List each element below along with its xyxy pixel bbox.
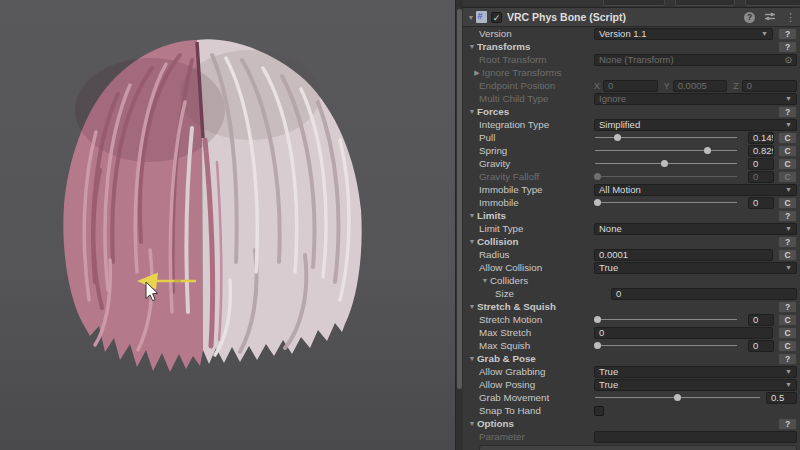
transforms-label[interactable]: ▼Transforms — [463, 41, 594, 52]
version-dropdown[interactable]: Version 1.1▼ — [594, 28, 773, 40]
allow-grabbing-dropdown[interactable]: True▼ — [594, 366, 797, 378]
options-label[interactable]: ▼Options — [463, 418, 594, 429]
ignore-transforms-foldout-icon[interactable]: ▶ — [472, 69, 482, 77]
grab-movement-value-field[interactable]: 0.5 — [766, 392, 797, 404]
multi-child-type-dropdown[interactable]: Ignore▼ — [594, 93, 797, 105]
pull-value-field[interactable]: 0.145 — [748, 132, 774, 144]
max-squish-value-field[interactable]: 0 — [748, 340, 774, 352]
limits-label[interactable]: ▼Limits — [463, 210, 594, 221]
grab-movement-controls: 0.5 — [594, 392, 797, 404]
row-root-transform: Root TransformNone (Transform)⊙ — [463, 53, 800, 66]
spring-label: Spring — [463, 145, 594, 156]
spring-slider[interactable] — [594, 145, 738, 157]
max-stretch-curve-button[interactable]: C — [778, 327, 797, 339]
max-squish-slider[interactable] — [594, 340, 738, 352]
pull-label: Pull — [463, 132, 594, 143]
options-foldout-icon[interactable]: ▼ — [467, 420, 477, 427]
pull-curve-button[interactable]: C — [778, 132, 797, 144]
radius-curve-button[interactable]: C — [778, 249, 797, 261]
limit-type-dropdown[interactable]: None▼ — [594, 223, 797, 235]
gravity-curve-button[interactable]: C — [778, 158, 797, 170]
version-help-button[interactable]: ? — [778, 28, 797, 40]
forces-foldout-icon[interactable]: ▼ — [467, 108, 477, 115]
gravity-slider-thumb[interactable] — [661, 160, 668, 167]
stretch-squish-label[interactable]: ▼Stretch & Squish — [463, 301, 594, 312]
colliders-foldout-icon[interactable]: ▼ — [480, 277, 490, 284]
stretch-motion-slider[interactable] — [594, 314, 738, 326]
scene-viewport[interactable] — [0, 0, 455, 450]
immobile-slider[interactable] — [594, 197, 738, 209]
spring-slider-thumb[interactable] — [704, 147, 711, 154]
clipped-button[interactable] — [745, 0, 800, 6]
immobile-curve-button[interactable]: C — [778, 197, 797, 209]
endpoint-position-y-field[interactable]: 0.0005 — [673, 80, 728, 92]
gravity-slider[interactable] — [594, 158, 738, 170]
grab-pose-foldout-icon[interactable]: ▼ — [467, 355, 477, 362]
grab-movement-slider[interactable] — [594, 392, 761, 404]
row-allow-collision: Allow CollisionTrue▼ — [463, 261, 800, 274]
row-forces: ▼Forces? — [463, 105, 800, 118]
allow-posing-dropdown[interactable]: True▼ — [594, 379, 797, 391]
scrollbar-thumb[interactable] — [457, 9, 462, 389]
transforms-help-button[interactable]: ? — [778, 41, 797, 53]
clipped-button[interactable] — [603, 0, 665, 6]
stretch-squish-foldout-icon[interactable]: ▼ — [467, 303, 477, 310]
max-squish-curve-button[interactable]: C — [778, 340, 797, 352]
options-help-button[interactable]: ? — [778, 418, 797, 430]
presets-icon[interactable] — [764, 11, 776, 24]
kebab-menu-icon[interactable]: ⋮ — [785, 12, 796, 23]
parameter-field[interactable] — [594, 431, 797, 443]
gravity-falloff-curve-button[interactable]: C — [778, 171, 797, 183]
transforms-foldout-icon[interactable]: ▼ — [467, 43, 477, 50]
immobile-type-dropdown[interactable]: All Motion▼ — [594, 184, 797, 196]
component-foldout-icon[interactable]: ▼ — [466, 14, 476, 21]
clipped-button[interactable] — [675, 0, 735, 6]
ignore-transforms-label[interactable]: ▶Ignore Transforms — [463, 67, 594, 78]
snap-to-hand-label: Snap To Hand — [463, 405, 594, 416]
max-stretch-label: Max Stretch — [463, 327, 594, 338]
gravity-falloff-value-field[interactable]: 0 — [748, 171, 774, 183]
stretch-squish-help-button[interactable]: ? — [778, 301, 797, 313]
collision-help-button[interactable]: ? — [778, 236, 797, 248]
grab-pose-label[interactable]: ▼Grab & Pose — [463, 353, 594, 364]
endpoint-position-z-field[interactable]: 0 — [742, 80, 797, 92]
stretch-motion-value-field[interactable]: 0 — [748, 314, 774, 326]
forces-label[interactable]: ▼Forces — [463, 106, 594, 117]
endpoint-position-x-field[interactable]: 0 — [603, 80, 658, 92]
max-squish-slider-thumb[interactable] — [594, 342, 601, 349]
root-transform-object-field[interactable]: None (Transform)⊙ — [594, 54, 797, 66]
grab-pose-help-button[interactable]: ? — [778, 353, 797, 365]
component-header[interactable]: ▼ ✓ VRC Phys Bone (Script) ? ⋮ — [463, 8, 800, 27]
immobile-slider-thumb[interactable] — [594, 199, 601, 206]
gravity-falloff-slider[interactable] — [594, 171, 738, 183]
collision-foldout-icon[interactable]: ▼ — [467, 238, 477, 245]
allow-grabbing-controls: True▼ — [594, 366, 797, 378]
integration-type-dropdown[interactable]: Simplified▼ — [594, 119, 797, 131]
pull-slider-thumb[interactable] — [614, 134, 621, 141]
limits-foldout-icon[interactable]: ▼ — [467, 212, 477, 219]
component-title: VRC Phys Bone (Script) — [507, 11, 735, 23]
help-icon[interactable]: ? — [744, 12, 755, 23]
object-picker-icon[interactable]: ⊙ — [784, 55, 792, 65]
spring-value-field[interactable]: 0.829 — [748, 145, 774, 157]
gravity-value-field[interactable]: 0 — [748, 158, 774, 170]
stretch-motion-slider-thumb[interactable] — [594, 316, 601, 323]
pull-slider[interactable] — [594, 132, 738, 144]
spring-curve-button[interactable]: C — [778, 145, 797, 157]
collision-label[interactable]: ▼Collision — [463, 236, 594, 247]
row-limit-type: Limit TypeNone▼ — [463, 222, 800, 235]
radius-field[interactable]: 0.0001 — [594, 249, 773, 261]
immobile-value-field[interactable]: 0 — [748, 197, 774, 209]
forces-help-button[interactable]: ? — [778, 106, 797, 118]
gravity-falloff-slider-thumb[interactable] — [594, 173, 601, 180]
snap-to-hand-checkbox[interactable] — [594, 406, 604, 416]
stretch-motion-curve-button[interactable]: C — [778, 314, 797, 326]
grab-movement-slider-thumb[interactable] — [674, 394, 681, 401]
limits-help-button[interactable]: ? — [778, 210, 797, 222]
allow-collision-dropdown[interactable]: True▼ — [594, 262, 797, 274]
colliders-label[interactable]: ▼Colliders — [463, 275, 594, 286]
inspector-scrollbar[interactable] — [456, 0, 463, 450]
component-enabled-checkbox[interactable]: ✓ — [491, 12, 502, 23]
max-stretch-field[interactable]: 0 — [594, 327, 773, 339]
size-field[interactable]: 0 — [611, 288, 797, 300]
